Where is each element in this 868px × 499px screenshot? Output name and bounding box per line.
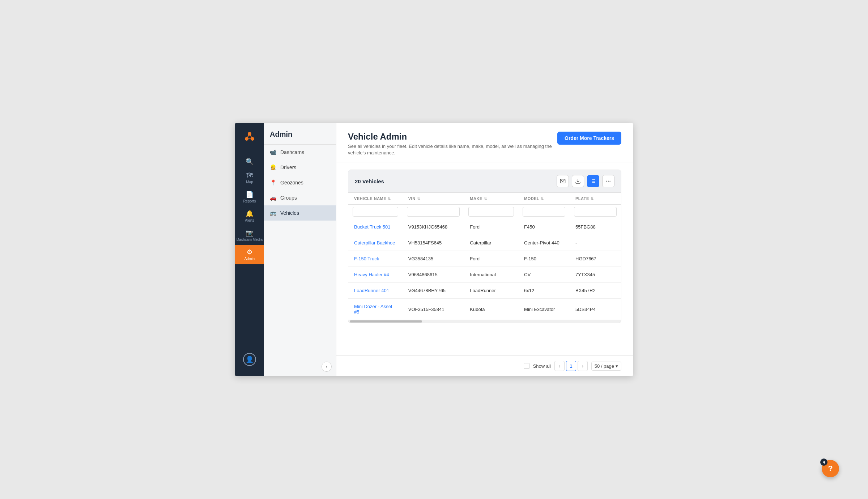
drivers-icon: 👷 (270, 164, 277, 171)
sort-icon-model: ⇅ (541, 197, 544, 201)
select-all-checkbox[interactable] (524, 363, 529, 369)
cell-make-0: Ford (464, 219, 518, 235)
sort-icon-make: ⇅ (484, 197, 487, 201)
nav-admin[interactable]: ⚙ Admin (235, 245, 264, 264)
sidebar-collapse-area: ‹ (264, 357, 336, 376)
cell-vin-4: VG44678BHY765 (403, 283, 464, 299)
table-row: Bucket Truck 501 V9153KHJG65468 Ford F45… (348, 219, 621, 235)
sidebar-item-drivers[interactable]: 👷 Drivers (264, 160, 336, 175)
cell-model-3: CV (518, 267, 570, 283)
nav-dashcam[interactable]: 📷 Dashcam Media (235, 226, 264, 245)
cell-make-5: Kubota (464, 299, 518, 320)
per-page-chevron: ▾ (616, 363, 618, 369)
next-page-button[interactable]: › (578, 361, 588, 371)
help-badge: 4 (820, 459, 827, 466)
sidebar-item-dashcams[interactable]: 📹 Dashcams (264, 145, 336, 160)
filter-input-vehicle-name[interactable] (353, 207, 398, 217)
app-logo[interactable] (242, 129, 258, 155)
filter-cell-model (518, 205, 570, 219)
prev-page-button[interactable]: ‹ (554, 361, 565, 371)
table-row: LoadRunner 401 VG44678BHY765 LoadRunner … (348, 283, 621, 299)
sort-icon-vehicle-name: ⇅ (388, 197, 391, 201)
order-trackers-button[interactable]: Order More Trackers (557, 132, 621, 145)
nav-reports-label: Reports (243, 199, 256, 203)
page-subtitle: See all vehicles in your fleet. Edit veh… (348, 143, 557, 156)
cell-make-3: International (464, 267, 518, 283)
sort-vin[interactable]: VIN ⇅ (408, 196, 420, 201)
per-page-label: 50 / page (595, 363, 614, 369)
cell-plate-2: HGD7667 (570, 251, 621, 267)
vehicle-link-5[interactable]: Mini Dozer - Asset #5 (354, 304, 392, 315)
sidebar-collapse-button[interactable]: ‹ (322, 362, 332, 372)
cell-model-5: Mini Excavator (518, 299, 570, 320)
help-button[interactable]: 4 ? (822, 460, 839, 477)
vehicle-count: 20 Vehicles (355, 178, 384, 184)
col-plate: PLATE ⇅ (570, 193, 621, 205)
nav-map[interactable]: 🗺 Map (235, 169, 264, 188)
vehicles-table: VEHICLE NAME ⇅ VIN ⇅ (348, 193, 621, 320)
sidebar-vehicles-label: Vehicles (280, 210, 299, 216)
groups-icon: 🚗 (270, 195, 277, 201)
cell-model-0: F450 (518, 219, 570, 235)
sidebar-item-groups[interactable]: 🚗 Groups (264, 190, 336, 205)
cell-vehicle-name-5: Mini Dozer - Asset #5 (348, 299, 403, 320)
alerts-icon: 🔔 (246, 210, 254, 217)
dashcam-icon: 📷 (246, 230, 254, 236)
filter-row (348, 205, 621, 219)
cell-vin-1: VH53154FS645 (403, 235, 464, 251)
table-toolbar: 20 Vehicles (348, 170, 621, 193)
sort-vehicle-name[interactable]: VEHICLE NAME ⇅ (354, 196, 391, 201)
filter-button[interactable] (587, 175, 599, 187)
svg-point-15 (606, 181, 607, 182)
vehicle-link-1[interactable]: Caterpillar Backhoe (354, 240, 395, 246)
user-avatar[interactable]: 👤 (243, 353, 256, 366)
scroll-thumb[interactable] (350, 320, 422, 323)
nav-alerts[interactable]: 🔔 Alerts (235, 207, 264, 226)
vehicle-link-0[interactable]: Bucket Truck 501 (354, 224, 390, 230)
col-vehicle-name: VEHICLE NAME ⇅ (348, 193, 403, 205)
header-text: Vehicle Admin See all vehicles in your f… (348, 132, 557, 156)
filter-input-plate[interactable] (574, 207, 617, 217)
table-row: F-150 Truck VG3584135 Ford F-150 HGD7667 (348, 251, 621, 267)
cell-vehicle-name-0: Bucket Truck 501 (348, 219, 403, 235)
vehicle-link-3[interactable]: Heavy Hauler #4 (354, 272, 389, 277)
cell-model-2: F-150 (518, 251, 570, 267)
per-page-dropdown[interactable]: 50 / page ▾ (591, 362, 621, 371)
cell-model-4: 6x12 (518, 283, 570, 299)
vehicle-link-2[interactable]: F-150 Truck (354, 256, 379, 261)
sort-model[interactable]: MODEL ⇅ (524, 196, 544, 201)
page-title: Vehicle Admin (348, 132, 557, 142)
help-icon: ? (828, 464, 833, 473)
email-button[interactable] (557, 175, 569, 187)
filter-input-vin[interactable] (407, 207, 460, 217)
filter-input-model[interactable] (523, 207, 565, 217)
cell-model-1: Center-Pivot 440 (518, 235, 570, 251)
sidebar-item-geozones[interactable]: 📍 Geozones (264, 175, 336, 190)
geozones-icon: 📍 (270, 179, 277, 186)
current-page[interactable]: 1 (566, 361, 576, 371)
sidebar-item-vehicles[interactable]: 🚌 Vehicles (264, 205, 336, 221)
vehicles-icon: 🚌 (270, 210, 277, 216)
sort-icon-plate: ⇅ (591, 197, 594, 201)
show-all-button[interactable]: Show all (533, 363, 551, 369)
sort-make[interactable]: MAKE ⇅ (470, 196, 487, 201)
col-model: MODEL ⇅ (518, 193, 570, 205)
nav-search[interactable]: 🔍 (235, 155, 264, 169)
filter-input-make[interactable] (468, 207, 514, 217)
col-label-vehicle-name: VEHICLE NAME (354, 196, 386, 201)
cell-make-1: Caterpillar (464, 235, 518, 251)
sort-plate[interactable]: PLATE ⇅ (575, 196, 593, 201)
sort-icon-vin: ⇅ (417, 197, 420, 201)
filter-cell-vin (403, 205, 464, 219)
svg-point-16 (608, 181, 609, 182)
left-navigation: 🔍 🗺 Map 📄 Reports 🔔 Alerts 📷 Dashcam Med… (235, 123, 264, 376)
horizontal-scrollbar[interactable] (348, 320, 621, 323)
cell-plate-0: 55FBG88 (570, 219, 621, 235)
nav-reports[interactable]: 📄 Reports (235, 188, 264, 207)
table-row: Caterpillar Backhoe VH53154FS645 Caterpi… (348, 235, 621, 251)
cell-vin-3: V9684868615 (403, 267, 464, 283)
vehicle-link-4[interactable]: LoadRunner 401 (354, 288, 389, 293)
download-button[interactable] (572, 175, 584, 187)
filter-cell-make (464, 205, 518, 219)
more-options-button[interactable] (602, 175, 614, 187)
